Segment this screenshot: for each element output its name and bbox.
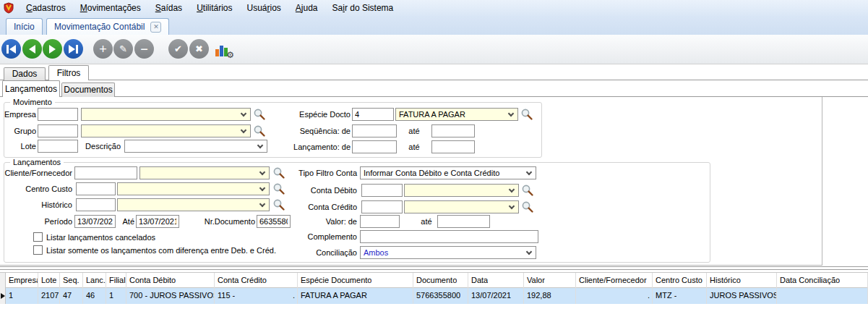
report-chart-button[interactable]: ⚙ bbox=[215, 40, 234, 59]
grid-col-empresa[interactable]: Empresa bbox=[6, 273, 38, 289]
cell-lote: 21071 bbox=[38, 288, 60, 304]
grid-col-conta-credito[interactable]: Conta Crédito bbox=[215, 273, 298, 289]
menu-item-ajuda[interactable]: Ajuda bbox=[288, 0, 325, 16]
grid-body: 12107147461700 - JUROS PASSIVOS115 -.FAT… bbox=[0, 288, 868, 304]
add-button[interactable]: + bbox=[93, 39, 113, 59]
empresa-code-input[interactable] bbox=[38, 108, 78, 121]
cliente-fornecedor-lookup-icon[interactable] bbox=[272, 166, 285, 179]
tab-lancamentos[interactable]: Lançamentos bbox=[2, 80, 60, 97]
lote-input[interactable] bbox=[38, 140, 78, 153]
cliente-fornecedor-code-input[interactable] bbox=[74, 166, 137, 179]
grupo-combo[interactable] bbox=[81, 124, 251, 137]
historico-lookup-icon[interactable] bbox=[272, 198, 285, 211]
centro-custo-code-input[interactable] bbox=[76, 182, 116, 195]
listar-cancelados-checkbox[interactable] bbox=[33, 232, 43, 242]
grupo-lookup-icon[interactable] bbox=[253, 124, 266, 137]
grid-col-data-conciliacao[interactable]: Data Conciliação bbox=[777, 273, 868, 289]
cliente-fornecedor-combo[interactable] bbox=[139, 166, 270, 179]
pencil-icon: ✎ bbox=[119, 44, 127, 54]
menu-item-saidas[interactable]: Saídas bbox=[148, 0, 189, 16]
centro-custo-lookup-icon[interactable] bbox=[272, 182, 285, 195]
centro-custo-combo[interactable] bbox=[117, 182, 270, 195]
grupo-label: Grupo bbox=[0, 124, 36, 137]
tab-documentos[interactable]: Documentos bbox=[61, 82, 115, 97]
periodo-de-input[interactable] bbox=[74, 215, 116, 228]
sequencia-de-input[interactable] bbox=[352, 124, 397, 137]
grid-col-valor[interactable]: Valor bbox=[524, 273, 576, 289]
previous-record-button[interactable] bbox=[22, 39, 42, 59]
tipo-filtro-conta-combo[interactable]: Informar Conta Débito e Conta Crédito bbox=[360, 166, 536, 179]
conta-credito-lookup-icon[interactable] bbox=[521, 200, 534, 213]
menu-item-cadastros[interactable]: Cadastros bbox=[19, 0, 73, 16]
tab-filtros-label: Filtros bbox=[57, 68, 81, 78]
conta-credito-combo[interactable] bbox=[404, 200, 519, 213]
last-record-button[interactable] bbox=[64, 39, 83, 59]
empresa-lookup-icon[interactable] bbox=[253, 108, 266, 121]
lancamento-de-input[interactable] bbox=[352, 140, 397, 153]
grid-col-cliente-fornecedor[interactable]: Cliente/Fornecedor bbox=[576, 273, 653, 289]
grupo-code-input[interactable] bbox=[38, 124, 78, 137]
tab-dados[interactable]: Dados bbox=[4, 67, 46, 80]
grid-col-data[interactable]: Data bbox=[468, 273, 524, 289]
cancel-button[interactable]: ✖ bbox=[189, 39, 209, 59]
tab-filtros[interactable]: Filtros bbox=[48, 65, 89, 80]
lancamento-ate-input[interactable] bbox=[431, 140, 475, 153]
conta-debito-lookup-icon[interactable] bbox=[521, 184, 534, 197]
application-window: CadastrosMovimentaçõesSaídasUtilitáriosU… bbox=[0, 0, 868, 309]
cell-conta-debito: 700 - JUROS PASSIVOS bbox=[126, 288, 215, 304]
complemento-input[interactable] bbox=[360, 230, 538, 243]
especie-docto-combo[interactable]: FATURA A PAGAR bbox=[395, 108, 518, 121]
conta-debito-code-input[interactable] bbox=[361, 184, 403, 197]
listar-diferenca-checkbox[interactable] bbox=[33, 245, 43, 255]
chevron-down-icon bbox=[257, 143, 263, 148]
especie-docto-lookup-icon[interactable] bbox=[520, 108, 533, 121]
next-record-button[interactable] bbox=[43, 39, 62, 59]
grid-col-conta-debito[interactable]: Conta Débito bbox=[126, 273, 215, 289]
empresa-combo[interactable] bbox=[81, 108, 251, 121]
grid-col-seq[interactable]: Seq. bbox=[60, 273, 83, 289]
sequencia-ate-input[interactable] bbox=[431, 124, 475, 137]
menu-item-sair-do-sistema[interactable]: Sair do Sistema bbox=[325, 0, 401, 16]
next-record-icon bbox=[49, 45, 56, 54]
historico-code-input[interactable] bbox=[76, 198, 116, 211]
confirm-button[interactable]: ✔ bbox=[168, 39, 188, 59]
edit-button[interactable]: ✎ bbox=[113, 39, 133, 59]
first-record-button[interactable] bbox=[1, 39, 21, 59]
tab-inicio-label: Início bbox=[14, 22, 35, 32]
splitter-line[interactable] bbox=[0, 269, 868, 270]
movimento-groupbox-title: Movimento bbox=[10, 98, 55, 106]
especie-docto-code-input[interactable] bbox=[352, 108, 394, 121]
conta-credito-code-input[interactable] bbox=[361, 200, 403, 213]
conta-debito-combo[interactable] bbox=[404, 184, 519, 197]
periodo-ate-input[interactable] bbox=[136, 215, 179, 228]
grid-col-filial[interactable]: Filial bbox=[106, 273, 126, 289]
valor-ate-input[interactable] bbox=[437, 215, 490, 228]
table-row[interactable]: 12107147461700 - JUROS PASSIVOS115 -.FAT… bbox=[0, 288, 868, 304]
grid-col-documento[interactable]: Documento bbox=[413, 273, 468, 289]
tab-movimentacao-contabil[interactable]: Movimentação Contábil ✕ bbox=[46, 18, 169, 35]
menu-item-utilitarios[interactable]: Utilitários bbox=[189, 0, 239, 16]
tab-movimentacao-contabil-label: Movimentação Contábil bbox=[54, 22, 145, 32]
grid-col-centro-custo[interactable]: Centro Custo bbox=[653, 273, 707, 289]
grid-col-especie-documento[interactable]: Espécie Documento bbox=[298, 273, 413, 289]
x-icon: ✖ bbox=[195, 44, 203, 54]
menu-item-usuarios[interactable]: Usuários bbox=[239, 0, 288, 16]
lancamento-ate-label: até bbox=[403, 140, 425, 153]
filter-tab-bar: Lançamentos Documentos bbox=[0, 80, 868, 97]
cell-data: 13/07/2021 bbox=[468, 288, 524, 304]
historico-combo[interactable] bbox=[117, 198, 270, 211]
descricao-combo[interactable] bbox=[124, 140, 267, 153]
lancamento-de-label: Lançamento: de bbox=[275, 140, 351, 153]
menu-item-movimentacoes[interactable]: Movimentações bbox=[73, 0, 148, 16]
valor-de-input[interactable] bbox=[360, 215, 400, 228]
tab-inicio[interactable]: Início bbox=[6, 18, 43, 35]
especie-docto-label: Espécie Docto bbox=[275, 108, 351, 121]
splitter-line[interactable] bbox=[0, 266, 868, 267]
menu-items: CadastrosMovimentaçõesSaídasUtilitáriosU… bbox=[19, 0, 400, 16]
grid-col-lanc[interactable]: Lanc. bbox=[83, 273, 106, 289]
tab-close-icon[interactable]: ✕ bbox=[150, 22, 161, 33]
delete-button[interactable]: − bbox=[134, 39, 154, 59]
grid-col-lote[interactable]: Lote bbox=[38, 273, 60, 289]
grid-col-historico[interactable]: Histórico bbox=[707, 273, 777, 289]
conciliacao-combo[interactable]: Ambos bbox=[360, 246, 536, 259]
